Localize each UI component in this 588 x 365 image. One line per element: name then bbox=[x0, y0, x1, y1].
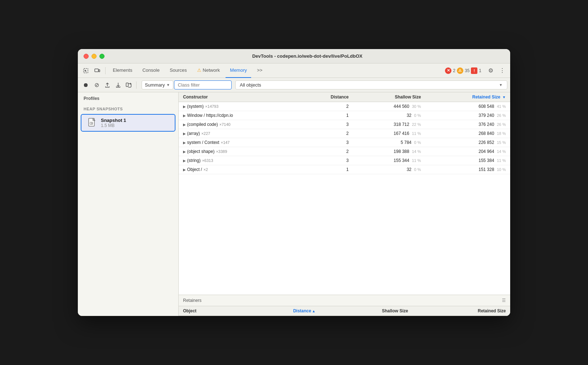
td-constructor: ▶ (array)×227 bbox=[179, 129, 299, 138]
td-constructor: ▶ (system)×14793 bbox=[179, 102, 299, 111]
download-button[interactable] bbox=[113, 80, 123, 90]
settings-icon[interactable]: ⚙ bbox=[486, 66, 496, 76]
shallow-pct: 0 % bbox=[414, 140, 421, 145]
tab-console[interactable]: Console bbox=[138, 63, 164, 78]
toolbar-separator-1 bbox=[105, 67, 106, 74]
summary-dropdown[interactable]: Summary ▼ bbox=[142, 80, 173, 89]
retainers-menu-icon[interactable]: ☰ bbox=[502, 298, 506, 303]
expand-icon[interactable]: ▶ bbox=[183, 114, 186, 118]
expand-icon[interactable]: ▶ bbox=[183, 150, 186, 154]
retainers-header: Retainers ☰ bbox=[179, 295, 510, 306]
info-badge: ! bbox=[471, 67, 477, 74]
all-objects-dropdown[interactable]: All objects ▼ bbox=[235, 80, 507, 89]
retained-pct: 15 % bbox=[497, 140, 506, 145]
warning-badge: ⚠ bbox=[457, 67, 463, 74]
expand-icon[interactable]: ▶ bbox=[183, 132, 186, 136]
table-row[interactable]: ▶ (string)×6313 3 155 344 11 % 155 384 1… bbox=[179, 156, 510, 165]
td-retained: 376 240 26 % bbox=[425, 120, 510, 129]
snapshot-item[interactable]: Snapshot 1 1.5 MB bbox=[81, 114, 175, 132]
td-distance: 2 bbox=[299, 147, 353, 156]
td-shallow: 32 0 % bbox=[353, 111, 426, 120]
clear-button[interactable]: ⊘ bbox=[92, 80, 102, 90]
maximize-button[interactable] bbox=[99, 54, 104, 59]
shallow-pct: 0 % bbox=[414, 167, 421, 172]
snapshot-name: Snapshot 1 bbox=[101, 118, 126, 123]
th-distance[interactable]: Distance bbox=[299, 92, 353, 102]
table-row[interactable]: ▶ (system)×14793 2 444 560 30 % 608 548 … bbox=[179, 102, 510, 111]
svg-rect-2 bbox=[99, 70, 100, 72]
minimize-button[interactable] bbox=[92, 54, 97, 59]
device-icon[interactable] bbox=[92, 66, 102, 76]
expand-icon[interactable]: ▶ bbox=[183, 141, 186, 145]
table-row[interactable]: ▶ system / Context×147 3 5 784 0 % 226 8… bbox=[179, 138, 510, 147]
summary-chevron-icon: ▼ bbox=[166, 83, 170, 87]
th-shallow-size[interactable]: Shallow Size bbox=[353, 92, 426, 102]
multiplier: ×147 bbox=[221, 140, 230, 145]
close-button[interactable] bbox=[84, 54, 89, 59]
main-panel: Constructor Distance Shallow Size Retain… bbox=[179, 92, 510, 316]
td-distance: 3 bbox=[299, 120, 353, 129]
shallow-pct: 0 % bbox=[414, 113, 421, 118]
td-shallow: 167 416 11 % bbox=[353, 129, 426, 138]
tab-more[interactable]: >> bbox=[253, 63, 267, 78]
heap-table: Constructor Distance Shallow Size Retain… bbox=[179, 92, 510, 295]
retainers-section: Retainers ☰ Object Distance▲ Shallow Siz… bbox=[179, 295, 510, 316]
table-row[interactable]: ▶ (object shape)×3389 2 198 388 14 % 204… bbox=[179, 147, 510, 156]
pointer-icon[interactable] bbox=[81, 66, 91, 76]
retainers-label: Retainers bbox=[183, 298, 201, 303]
svg-rect-1 bbox=[95, 69, 98, 72]
all-objects-label: All objects bbox=[240, 82, 261, 88]
td-shallow: 155 344 11 % bbox=[353, 156, 426, 165]
retained-pct: 18 % bbox=[497, 131, 506, 136]
td-constructor: ▶ (object shape)×3389 bbox=[179, 147, 299, 156]
th-constructor[interactable]: Constructor bbox=[179, 92, 299, 102]
th-ret-object[interactable]: Object bbox=[179, 306, 237, 316]
tab-sources[interactable]: Sources bbox=[165, 63, 191, 78]
td-retained: 204 964 14 % bbox=[425, 147, 510, 156]
secondary-separator bbox=[136, 82, 137, 89]
td-distance: 3 bbox=[299, 138, 353, 147]
multiplier: ×227 bbox=[201, 131, 210, 136]
table-header-row: Constructor Distance Shallow Size Retain… bbox=[179, 92, 510, 102]
td-retained: 226 852 15 % bbox=[425, 138, 510, 147]
class-filter-input[interactable] bbox=[174, 80, 232, 89]
snapshot-icon bbox=[87, 118, 97, 128]
td-distance: 2 bbox=[299, 129, 353, 138]
tab-elements[interactable]: Elements bbox=[108, 63, 137, 78]
th-ret-shallow[interactable]: Shallow Size bbox=[320, 306, 413, 316]
table-row[interactable]: ▶ Object /×2 1 32 0 % 151 328 10 % bbox=[179, 165, 510, 174]
multiplier: ×14793 bbox=[205, 104, 218, 109]
td-distance: 3 bbox=[299, 156, 353, 165]
retained-pct: 14 % bbox=[497, 149, 506, 154]
record-button[interactable]: ⏺ bbox=[81, 80, 91, 90]
tab-memory[interactable]: Memory bbox=[226, 63, 251, 78]
table-row[interactable]: ▶ Window / https://cdpn.io 1 32 0 % 379 … bbox=[179, 111, 510, 120]
th-retained-size[interactable]: Retained Size ▼ bbox=[425, 92, 510, 102]
retainers-header-row: Object Distance▲ Shallow Size Retained S… bbox=[179, 306, 510, 316]
svg-rect-3 bbox=[126, 83, 128, 87]
table-row[interactable]: ▶ (array)×227 2 167 416 11 % 268 840 18 … bbox=[179, 129, 510, 138]
expand-icon[interactable]: ▶ bbox=[183, 105, 186, 109]
expand-icon[interactable]: ▶ bbox=[183, 159, 186, 163]
shallow-pct: 11 % bbox=[412, 158, 421, 163]
td-shallow: 318 712 22 % bbox=[353, 120, 426, 129]
table-row[interactable]: ▶ (compiled code)×7140 3 318 712 22 % 37… bbox=[179, 120, 510, 129]
summary-label: Summary bbox=[145, 82, 165, 88]
more-options-icon[interactable]: ⋮ bbox=[497, 66, 507, 76]
retained-pct: 41 % bbox=[497, 104, 506, 109]
td-retained: 379 240 26 % bbox=[425, 111, 510, 120]
titlebar: DevTools - codepen.io/web-dot-dev/live/P… bbox=[78, 49, 510, 63]
secondary-toolbar: ⏺ ⊘ Summary ▼ All bbox=[78, 78, 510, 92]
retained-pct: 26 % bbox=[497, 122, 506, 127]
tab-network[interactable]: ⚠ Network bbox=[193, 63, 224, 78]
expand-icon[interactable]: ▶ bbox=[183, 168, 186, 172]
sidebar: Profiles HEAP SNAPSHOTS Snapshot 1 1.5 M bbox=[78, 92, 179, 316]
cleanup-button[interactable] bbox=[124, 80, 134, 90]
th-ret-retained[interactable]: Retained Size bbox=[413, 306, 510, 316]
upload-button[interactable] bbox=[102, 80, 112, 90]
td-distance: 1 bbox=[299, 111, 353, 120]
expand-icon[interactable]: ▶ bbox=[183, 123, 186, 127]
th-ret-distance[interactable]: Distance▲ bbox=[237, 306, 320, 316]
error-count: 2 bbox=[453, 68, 455, 73]
shallow-pct: 14 % bbox=[412, 149, 421, 154]
